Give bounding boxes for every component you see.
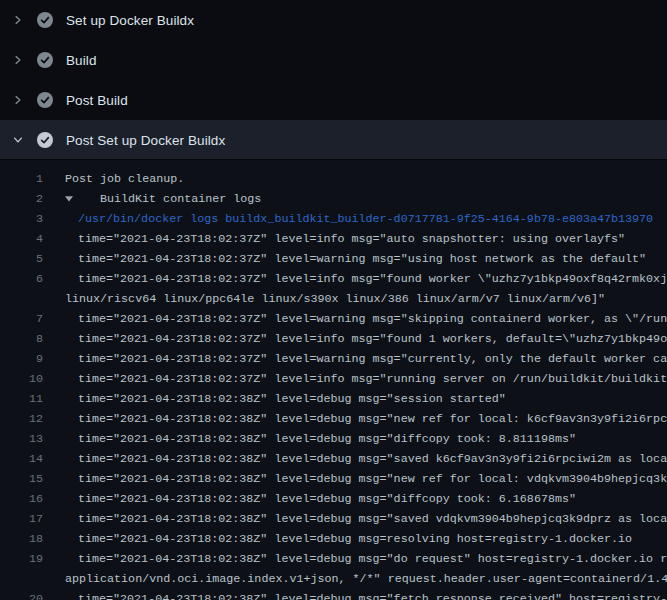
step-title: Build — [66, 53, 97, 68]
log-line-number[interactable]: 20 — [0, 592, 43, 600]
log-line-number[interactable]: 17 — [0, 512, 43, 526]
log-line-text: time="2021-04-23T18:02:38Z" level=debug … — [78, 492, 576, 506]
log-group-label: BuildKit container logs — [100, 192, 261, 206]
step-header-build[interactable]: Build — [0, 40, 667, 80]
log-line: 7 time="2021-04-23T18:02:37Z" level=warn… — [0, 309, 667, 329]
check-circle-icon — [37, 132, 53, 148]
log-line: 14 time="2021-04-23T18:02:38Z" level=deb… — [0, 449, 667, 469]
step-title: Post Build — [66, 93, 128, 108]
chevron-right-icon — [12, 14, 24, 26]
log-line-text: linux/riscv64 linux/ppc64le linux/s390x … — [65, 292, 605, 306]
log-line-text: time="2021-04-23T18:02:37Z" level=info m… — [78, 332, 667, 346]
log-line: 19 time="2021-04-23T18:02:38Z" level=deb… — [0, 549, 667, 569]
log-line: 16 time="2021-04-23T18:02:38Z" level=deb… — [0, 489, 667, 509]
log-command-text: /usr/bin/docker logs buildx_buildkit_bui… — [78, 212, 653, 226]
log-line-number[interactable]: 8 — [0, 332, 43, 346]
log-line: 4 time="2021-04-23T18:02:37Z" level=info… — [0, 229, 667, 249]
steps-panel: Set up Docker Buildx Build Post Build Po… — [0, 0, 667, 160]
log-panel: 1 Post job cleanup. 2 BuildKit container… — [0, 160, 667, 600]
log-line-text: time="2021-04-23T18:02:37Z" level=warnin… — [78, 312, 667, 326]
log-line-text: time="2021-04-23T18:02:38Z" level=debug … — [78, 512, 667, 526]
log-line-number[interactable]: 16 — [0, 492, 43, 506]
log-line: 2 BuildKit container logs — [0, 189, 667, 209]
log-line-text: time="2021-04-23T18:02:37Z" level=info m… — [78, 232, 625, 246]
log-line-number[interactable]: 18 — [0, 532, 43, 546]
log-line-number[interactable]: 9 — [0, 352, 43, 366]
chevron-right-icon — [12, 94, 24, 106]
log-line-number[interactable]: 13 — [0, 432, 43, 446]
log-line: 12 time="2021-04-23T18:02:38Z" level=deb… — [0, 409, 667, 429]
log-line: 1 Post job cleanup. — [0, 169, 667, 189]
log-line: 17 time="2021-04-23T18:02:38Z" level=deb… — [0, 509, 667, 529]
step-header-setup-docker-buildx[interactable]: Set up Docker Buildx — [0, 0, 667, 40]
log-line-number[interactable]: 6 — [0, 272, 43, 286]
check-circle-icon — [37, 12, 53, 28]
log-line-text: Post job cleanup. — [65, 172, 184, 186]
log-line-text: time="2021-04-23T18:02:38Z" level=debug … — [78, 392, 506, 406]
log-line: 18 time="2021-04-23T18:02:38Z" level=deb… — [0, 529, 667, 549]
chevron-right-icon — [12, 54, 24, 66]
log-line-wrap: linux/riscv64 linux/ppc64le linux/s390x … — [0, 289, 667, 309]
log-line-number[interactable]: 7 — [0, 312, 43, 326]
log-line-text: time="2021-04-23T18:02:38Z" level=debug … — [78, 552, 667, 566]
log-line-text: time="2021-04-23T18:02:37Z" level=warnin… — [78, 252, 646, 266]
check-circle-icon — [37, 52, 53, 68]
log-group-toggle[interactable]: BuildKit container logs — [65, 192, 261, 206]
log-line-text: application/vnd.oci.image.index.v1+json,… — [65, 572, 667, 586]
log-line: 13 time="2021-04-23T18:02:38Z" level=deb… — [0, 429, 667, 449]
log-line-text: time="2021-04-23T18:02:38Z" level=debug … — [78, 432, 576, 446]
log-line-text: time="2021-04-23T18:02:38Z" level=debug … — [78, 452, 667, 466]
log-line: 6 time="2021-04-23T18:02:37Z" level=info… — [0, 269, 667, 289]
step-header-post-setup-docker-buildx[interactable]: Post Set up Docker Buildx — [0, 120, 667, 160]
log-line: 10 time="2021-04-23T18:02:37Z" level=inf… — [0, 369, 667, 389]
step-title: Set up Docker Buildx — [66, 13, 194, 28]
log-line: 11 time="2021-04-23T18:02:38Z" level=deb… — [0, 389, 667, 409]
chevron-down-icon — [12, 134, 24, 146]
log-line-number[interactable]: 10 — [0, 372, 43, 386]
log-line: 3 /usr/bin/docker logs buildx_buildkit_b… — [0, 209, 667, 229]
log-line-text: time="2021-04-23T18:02:37Z" level=info m… — [78, 372, 667, 386]
log-line: 15 time="2021-04-23T18:02:38Z" level=deb… — [0, 469, 667, 489]
log-line-number[interactable]: 14 — [0, 452, 43, 466]
log-line-wrap: application/vnd.oci.image.index.v1+json,… — [0, 569, 667, 589]
log-line-number[interactable]: 5 — [0, 252, 43, 266]
step-title: Post Set up Docker Buildx — [66, 133, 225, 148]
caret-down-icon — [65, 195, 73, 203]
step-header-post-build[interactable]: Post Build — [0, 80, 667, 120]
log-line-text: time="2021-04-23T18:02:37Z" level=info m… — [78, 272, 667, 286]
log-line-text: time="2021-04-23T18:02:38Z" level=debug … — [78, 412, 667, 426]
log-line-number[interactable]: 1 — [0, 172, 43, 186]
log-line-number[interactable]: 19 — [0, 552, 43, 566]
log-line-number[interactable]: 4 — [0, 232, 43, 246]
log-line-number[interactable]: 12 — [0, 412, 43, 426]
log-line-text: time="2021-04-23T18:02:38Z" level=debug … — [78, 592, 667, 600]
log-line-text: time="2021-04-23T18:02:38Z" level=debug … — [78, 472, 667, 486]
log-line-number[interactable]: 15 — [0, 472, 43, 486]
log-line-text: time="2021-04-23T18:02:37Z" level=warnin… — [78, 352, 667, 366]
log-line-text: time="2021-04-23T18:02:38Z" level=debug … — [78, 532, 632, 546]
log-line: 20 time="2021-04-23T18:02:38Z" level=deb… — [0, 589, 667, 600]
log-line: 9 time="2021-04-23T18:02:37Z" level=warn… — [0, 349, 667, 369]
log-line-number[interactable]: 2 — [0, 192, 43, 206]
log-line: 5 time="2021-04-23T18:02:37Z" level=warn… — [0, 249, 667, 269]
log-line: 8 time="2021-04-23T18:02:37Z" level=info… — [0, 329, 667, 349]
log-line-number[interactable]: 11 — [0, 392, 43, 406]
check-circle-icon — [37, 92, 53, 108]
log-line-number[interactable]: 3 — [0, 212, 43, 226]
